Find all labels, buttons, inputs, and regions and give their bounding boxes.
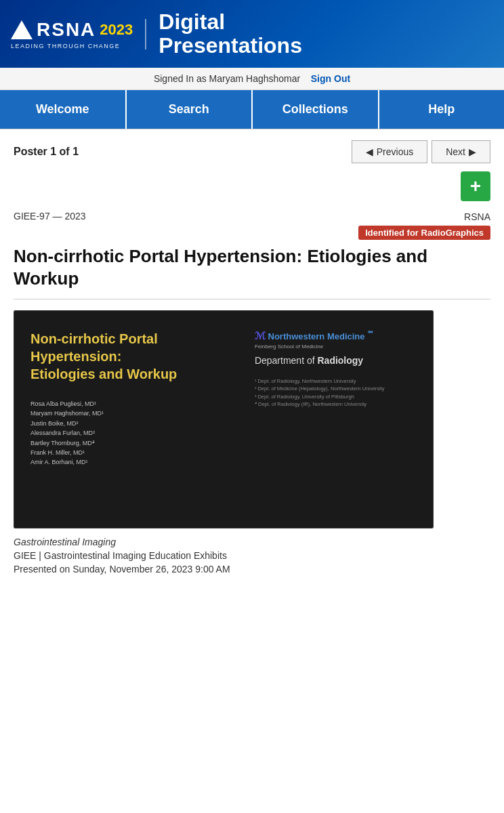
poster-label: Poster 1 of 1	[14, 146, 79, 158]
logo-tagline: LEADING THROUGH CHANGE	[11, 43, 120, 49]
next-label: Next	[446, 146, 465, 157]
footnote-3: ³ Dept. of Radiology, University of Pitt…	[255, 393, 385, 400]
page-header: RSNA 2023 LEADING THROUGH CHANGE Digital…	[0, 0, 504, 68]
author-3: Justin Boike, MD²	[30, 419, 241, 428]
slide-right-panel: ℳ Northwestern Medicine ℠ Feinberg Schoo…	[255, 330, 417, 512]
logo-year-text: 2023	[100, 21, 133, 39]
slide-content: Non-cirrhotic Portal Hypertension: Etiol…	[14, 311, 433, 528]
sign-out-link[interactable]: Sign Out	[311, 73, 350, 84]
divider	[14, 299, 490, 299]
main-content: Poster 1 of 1 ◀ Previous Next ▶ + GIEE-9…	[0, 129, 504, 588]
caption-category-line: GIEE | Gastrointestinal Imaging Educatio…	[14, 550, 490, 561]
add-button-row: +	[14, 171, 490, 201]
nm-footnotes: ¹ Dept. of Radiology, Northwestern Unive…	[255, 377, 385, 408]
author-2: Maryam Haghshomar, MD¹	[30, 409, 241, 418]
next-arrow-icon: ▶	[469, 146, 476, 157]
previous-label: Previous	[377, 146, 413, 157]
signed-in-bar: Signed In as Maryam Haghshomar Sign Out	[0, 68, 504, 90]
tab-search[interactable]: Search	[127, 90, 253, 129]
caption-date: Presented on Sunday, November 26, 2023 9…	[14, 564, 490, 575]
nm-school: Feinberg School of Medicine	[255, 343, 323, 350]
footnote-4: ⁴ Dept. of Radiology (IR), Northwestern …	[255, 400, 385, 408]
main-nav: Welcome Search Collections Help	[0, 90, 504, 129]
signed-in-text: Signed In as Maryam Haghshomar	[154, 73, 300, 84]
radiographics-badge: Identified for RadioGraphics	[358, 226, 490, 240]
nm-department: Department of Radiology	[255, 355, 363, 367]
author-5: Bartley Thornburg, MD⁴	[30, 438, 241, 448]
previous-button[interactable]: ◀ Previous	[352, 140, 427, 163]
author-4: Alessandra Furlan, MD³	[30, 428, 241, 438]
tab-help[interactable]: Help	[379, 90, 505, 129]
poster-org: RSNA	[464, 211, 490, 222]
slide-left-panel: Non-cirrhotic Portal Hypertension: Etiol…	[30, 330, 241, 512]
poster-org-area: RSNA Identified for RadioGraphics	[358, 211, 490, 240]
tab-welcome[interactable]: Welcome	[0, 90, 127, 129]
slide-title: Non-cirrhotic Portal Hypertension: Etiol…	[30, 330, 241, 383]
poster-nav-row: Poster 1 of 1 ◀ Previous Next ▶	[14, 140, 490, 163]
slide-authors: Rosa Alba Pugliesi, MD¹ Maryam Haghshoma…	[30, 399, 241, 467]
rsna-logo: RSNA 2023 LEADING THROUGH CHANGE	[11, 19, 146, 49]
previous-arrow-icon: ◀	[366, 146, 373, 157]
slide-image: Non-cirrhotic Portal Hypertension: Etiol…	[14, 310, 434, 528]
poster-title: Non-cirrhotic Portal Hypertension: Etiol…	[14, 245, 490, 289]
header-title: Digital Presentations	[159, 10, 302, 58]
footnote-2: ² Dept. of Medicine (Hepatology), Northw…	[255, 385, 385, 392]
logo-rsna-text: RSNA	[37, 19, 96, 41]
tab-collections[interactable]: Collections	[253, 90, 379, 129]
footnote-1: ¹ Dept. of Radiology, Northwestern Unive…	[255, 377, 385, 385]
poster-meta-row: GIEE-97 — 2023 RSNA Identified for Radio…	[14, 211, 490, 240]
add-to-collection-button[interactable]: +	[461, 171, 490, 201]
dept-name: Radiology	[317, 355, 363, 366]
next-button[interactable]: Next ▶	[432, 140, 490, 163]
author-1: Rosa Alba Pugliesi, MD¹	[30, 399, 241, 409]
dept-label: Department of	[255, 355, 318, 366]
poster-id: GIEE-97 — 2023	[14, 211, 86, 222]
nav-buttons: ◀ Previous Next ▶	[352, 140, 490, 163]
author-6: Frank H. Miller, MD¹	[30, 448, 241, 457]
author-7: Amir A. Borhani, MD¹	[30, 457, 241, 467]
logo-triangle-icon	[11, 20, 33, 39]
nm-logo: ℳ Northwestern Medicine ℠	[255, 330, 374, 342]
caption-category-italic: Gastrointestinal Imaging	[14, 537, 490, 547]
